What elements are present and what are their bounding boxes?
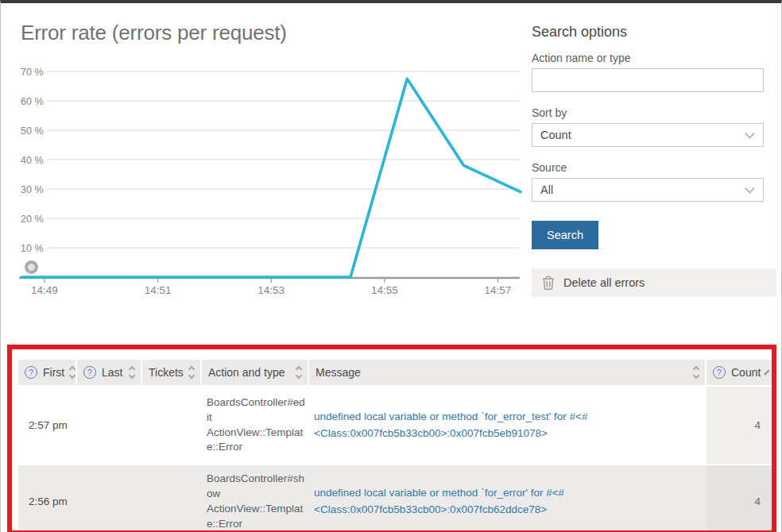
sort-icon	[130, 367, 134, 378]
column-header-first[interactable]: ? First	[18, 360, 77, 385]
sort-by-select[interactable]: Count	[532, 123, 764, 147]
column-header-message[interactable]: Message	[309, 360, 707, 385]
tickets-cell	[142, 387, 202, 464]
svg-text:70 %: 70 %	[21, 67, 44, 78]
svg-text:14:53: 14:53	[257, 284, 285, 295]
help-icon[interactable]: ?	[83, 366, 96, 379]
svg-text:30 %: 30 %	[21, 184, 44, 195]
trash-icon	[542, 276, 555, 290]
help-icon[interactable]: ?	[25, 366, 37, 379]
chart-loading-indicator-icon	[25, 260, 38, 274]
svg-text:20 %: 20 %	[21, 214, 44, 225]
message-cell: undefined local variable or method `for_…	[309, 465, 707, 532]
sort-icon	[189, 367, 194, 378]
last-seen-cell	[77, 387, 142, 464]
action-name-label: Action name or type	[532, 52, 764, 64]
svg-text:14:55: 14:55	[371, 284, 398, 295]
search-options-panel: Search options Action name or type Sort …	[532, 24, 776, 297]
table-row: 2:57 pm BoardsController#edit ActionView…	[18, 387, 772, 464]
action-name: BoardsController#edit	[207, 395, 306, 426]
svg-text:60 %: 60 %	[21, 96, 44, 107]
help-icon[interactable]: ?	[713, 366, 726, 379]
error-type: ActionView::Template::Error	[207, 426, 306, 456]
error-rate-chart-svg: 70 %60 %50 %40 %30 %20 %10 %14:4914:5114…	[1, 52, 525, 295]
column-header-tickets[interactable]: Tickets	[142, 360, 202, 385]
count-cell: 4	[707, 387, 772, 464]
last-seen-cell	[77, 465, 142, 532]
errors-table: ? First ? Last Tickets	[18, 358, 772, 532]
column-header-last[interactable]: ? Last	[77, 360, 142, 385]
source-label: Source	[532, 161, 764, 174]
error-rate-chart: 70 %60 %50 %40 %30 %20 %10 %14:4914:5114…	[1, 52, 525, 295]
svg-text:14:51: 14:51	[145, 284, 172, 295]
svg-text:50 %: 50 %	[21, 125, 44, 137]
action-and-type-cell: BoardsController#edit ActionView::Templa…	[202, 387, 309, 464]
source-select[interactable]: All	[532, 178, 764, 202]
action-name: BoardsController#show	[207, 472, 306, 502]
sort-icon	[296, 367, 301, 378]
action-and-type-cell: BoardsController#show ActionView::Templa…	[202, 465, 309, 532]
message-cell: undefined local variable or method `for_…	[309, 387, 707, 464]
svg-text:14:57: 14:57	[485, 284, 512, 295]
error-message-link[interactable]: undefined local variable or method `for_…	[314, 411, 587, 439]
sort-desc-icon	[765, 369, 770, 375]
tickets-cell	[142, 465, 202, 532]
first-seen-cell: 2:57 pm	[18, 387, 77, 464]
page-title: Error rate (errors per request)	[21, 21, 287, 45]
sort-icon	[694, 367, 699, 378]
column-header-count[interactable]: ? Count	[707, 360, 772, 385]
action-name-input[interactable]	[532, 68, 764, 92]
table-row: 2:56 pm BoardsController#show ActionView…	[18, 465, 772, 532]
column-header-action-and-type[interactable]: Action and type	[202, 360, 309, 385]
error-message-link[interactable]: undefined local variable or method `for_…	[314, 487, 564, 515]
sort-icon	[70, 367, 75, 378]
svg-text:14:49: 14:49	[31, 284, 58, 295]
error-type: ActionView::Template::Error	[207, 502, 306, 532]
errors-table-annotation-box: ? First ? Last Tickets	[7, 345, 776, 532]
sort-by-label: Sort by	[532, 106, 764, 119]
first-seen-cell: 2:56 pm	[18, 465, 77, 532]
search-button[interactable]: Search	[532, 221, 598, 249]
svg-text:40 %: 40 %	[21, 155, 44, 166]
search-options-heading: Search options	[532, 24, 776, 40]
delete-all-errors-label: Delete all errors	[563, 276, 645, 289]
delete-all-errors-button[interactable]: Delete all errors	[532, 268, 776, 297]
svg-text:10 %: 10 %	[21, 243, 44, 254]
count-cell: 4	[707, 465, 772, 532]
